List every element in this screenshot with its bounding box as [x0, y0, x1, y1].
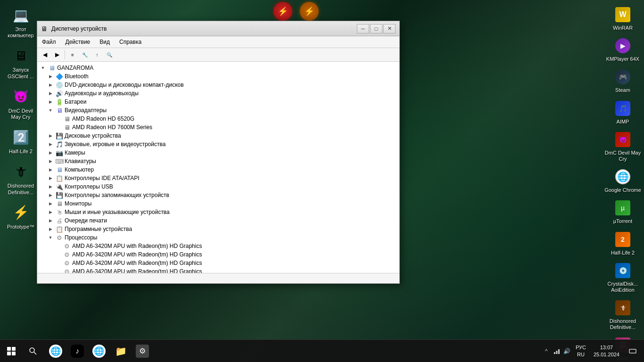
tree-item-print[interactable]: ▶ 🖨 Очереди печати — [37, 216, 399, 225]
tree-item-cpu[interactable]: ▼ ⚙ Процессоры — [37, 233, 399, 242]
tree-toggle-cpu[interactable]: ▼ — [47, 234, 54, 241]
search-button[interactable] — [23, 341, 43, 362]
tree-item-software[interactable]: ▶ 📋 Программные устройства — [37, 225, 399, 233]
tree-toggle-root[interactable]: ▼ — [39, 64, 47, 72]
tree-item-audio[interactable]: ▶ 🔊 Аудиовходы и аудиовыходы — [37, 89, 399, 98]
tree-toggle-battery[interactable]: ▶ — [47, 98, 54, 106]
toolbar-properties[interactable]: 🔧 — [79, 49, 91, 60]
tray-network[interactable] — [552, 346, 561, 356]
tree-item-computer[interactable]: ▶ 🖥 Компьютер — [37, 165, 399, 174]
menu-help[interactable]: Справка — [115, 37, 146, 47]
tree-toggle-ide[interactable]: ▶ — [47, 174, 54, 182]
taskbar-tiktok-icon[interactable]: ♪ — [67, 341, 88, 362]
tree-spacer-amd2 — [54, 123, 62, 131]
tree-item-display[interactable]: ▼ 🖥 Видеоадаптеры — [37, 106, 399, 115]
desktop-icon-dishonored[interactable]: 🗡 Dishonored Definitive... — [4, 160, 38, 197]
tree-toggle-print[interactable]: ▶ — [47, 217, 54, 224]
taskbar-clock[interactable]: 13:07 25.01.2024 — [590, 344, 623, 358]
toolbar-back[interactable]: ◀ — [39, 49, 50, 60]
tree-toggle-audio[interactable]: ▶ — [47, 90, 54, 97]
taskbar-chrome2-icon[interactable]: 🌐 — [89, 341, 109, 362]
amd2-icon: 🖥 — [63, 123, 71, 131]
notification-center-button[interactable] — [625, 340, 640, 362]
tree-item-storage[interactable]: ▶ 💾 Контроллеры запоминающих устройств — [37, 191, 399, 199]
desktop-icon-dmcdevil-r[interactable]: 😈 DmC Devil May Cry — [603, 129, 642, 164]
desktop-icon-winrar[interactable]: W WinRAR — [603, 4, 642, 33]
desktop-icon-dmcdevil[interactable]: 😈 DmC Devil May Cry — [4, 85, 38, 122]
close-button[interactable]: ✕ — [383, 24, 396, 33]
tree-toggle-sound[interactable]: ▶ — [47, 140, 54, 148]
toolbar-forward[interactable]: ▶ — [51, 49, 63, 60]
tree-item-cpu1[interactable]: ⚙ AMD A6-3420M APU with Radeon(tm) HD Gr… — [37, 242, 399, 250]
tree-item-amd2[interactable]: 🖥 AMD Radeon HD 7600M Series — [37, 123, 399, 132]
taskbar: 🌐 ♪ 🌐 📁 ⚙ ^ — [0, 339, 644, 362]
menu-action[interactable]: Действие — [61, 37, 95, 47]
tree-root[interactable]: ▼ 🖥 GANZAROMA — [37, 64, 399, 72]
taskbar-pinned-icons: 🌐 ♪ 🌐 📁 ⚙ — [45, 341, 153, 362]
tree-item-usb[interactable]: ▶ 🔌 Контроллеры USB — [37, 182, 399, 191]
tree-item-monitors[interactable]: ▶ 🖥 Мониторы — [37, 199, 399, 208]
desktop-icon-mypc[interactable]: 💻 Этот компьютер — [4, 4, 38, 41]
tree-toggle-software[interactable]: ▶ — [47, 225, 54, 233]
tree-toggle-camera[interactable]: ▶ — [47, 149, 54, 156]
desktop-icon-dishonored-r[interactable]: 🗡 Dishonored Definitive... — [603, 297, 642, 332]
start-button[interactable] — [0, 340, 23, 362]
tree-toggle-monitors[interactable]: ▶ — [47, 200, 54, 207]
tree-item-cpu3[interactable]: ⚙ AMD A6-3420M APU with Radeon(tm) HD Gr… — [37, 259, 399, 267]
tree-item-camera[interactable]: ▶ 📷 Камеры — [37, 148, 399, 157]
tree-item-cpu2[interactable]: ⚙ AMD A6-3420M APU with Radeon(tm) HD Gr… — [37, 250, 399, 259]
window-titlebar[interactable]: 🖥 Диспетчер устройств ─ □ ✕ — [37, 21, 399, 36]
desktop-icon-utorrent[interactable]: µ µTorrent — [603, 197, 642, 226]
desktop-icon-kmplayer[interactable]: ▶ KMPlayer 64X — [603, 35, 642, 64]
desktop-icon-gsclient[interactable]: 🖥 Запуск GSClient ... — [4, 44, 38, 81]
tree-item-battery[interactable]: ▶ 🔋 Батареи — [37, 98, 399, 106]
taskbar-explorer-icon[interactable]: 📁 — [110, 341, 131, 362]
tray-chevron[interactable]: ^ — [542, 346, 551, 356]
desktop-icon-steam[interactable]: 🎮 Steam — [603, 66, 642, 95]
restore-button[interactable]: □ — [370, 24, 382, 33]
tree-item-amd1[interactable]: 🖥 AMD Radeon HD 6520G — [37, 115, 399, 123]
tree-toggle-disk[interactable]: ▶ — [47, 132, 54, 140]
storage-icon: 💾 — [56, 191, 63, 199]
tree-toggle-storage[interactable]: ▶ — [47, 191, 54, 199]
desktop-icon-halflife-r[interactable]: 2 Half-Life 2 — [603, 229, 642, 258]
tree-toggle-mouse[interactable]: ▶ — [47, 208, 54, 216]
tree-item-mouse[interactable]: ▶ 🖱 Мыши и иные указывающие устройства — [37, 208, 399, 216]
rocketdock-icon-1[interactable]: ⚡ — [273, 2, 292, 21]
tree-item-keyboard[interactable]: ▶ ⌨ Клавиатуры — [37, 157, 399, 165]
tree-toggle-display[interactable]: ▼ — [47, 107, 54, 114]
tree-toggle-computer[interactable]: ▶ — [47, 166, 54, 173]
tree-toggle-bluetooth[interactable]: ▶ — [47, 73, 54, 80]
tree-spacer-amd1 — [54, 115, 62, 123]
tree-item-bluetooth[interactable]: ▶ 🔷 Bluetooth — [37, 72, 399, 81]
toolbar-scan[interactable]: 🔍 — [104, 49, 115, 60]
menu-view[interactable]: Вид — [95, 37, 115, 47]
tree-item-dvd[interactable]: ▶ 💿 DVD-дисководы и дисководы компакт-ди… — [37, 81, 399, 89]
tree-item-ide[interactable]: ▶ 📋 Контроллеры IDE ATA/ATAPI — [37, 174, 399, 182]
computer-icon: 🖥 — [48, 64, 56, 72]
desktop-icon-halflife2[interactable]: 2️⃣ Half-Life 2 — [4, 126, 38, 156]
desktop-icon-crystaldisk[interactable]: 💿 CrystalDisk... AoiEdition — [603, 260, 642, 295]
tree-item-disk[interactable]: ▶ 💾 Дисковые устройства — [37, 132, 399, 140]
device-tree[interactable]: ▼ 🖥 GANZAROMA ▶ 🔷 Bluetooth ▶ 💿 DVD-дис — [37, 62, 399, 273]
tree-toggle-keyboard[interactable]: ▶ — [47, 157, 54, 165]
desktop-icon-chrome[interactable]: 🌐 Google Chrome — [603, 166, 642, 195]
minimize-button[interactable]: ─ — [357, 24, 369, 33]
taskbar-language[interactable]: РУС RU — [574, 344, 588, 358]
tree-toggle-dvd[interactable]: ▶ — [47, 81, 54, 89]
toolbar-update[interactable]: ↑ — [91, 49, 103, 60]
taskbar-chrome-icon[interactable]: 🌐 — [45, 341, 66, 362]
cpu2-label: AMD A6-3420M APU with Radeon(tm) HD Grap… — [72, 251, 206, 258]
toolbar-list-view[interactable]: ≡ — [67, 49, 78, 60]
tree-toggle-usb[interactable]: ▶ — [47, 183, 54, 190]
desktop-icon-prototype[interactable]: ⚡ Prototype™ — [4, 201, 38, 232]
menu-file[interactable]: Файл — [37, 37, 61, 47]
desktop-icon-aimp[interactable]: 🎵 AIMP — [603, 98, 642, 127]
rocketdock-icon-2[interactable]: ⚡ — [300, 2, 319, 21]
disk-label: Дисковые устройства — [65, 132, 125, 139]
tree-item-cpu4[interactable]: ⚙ AMD A6-3420M APU with Radeon(tm) HD Gr… — [37, 267, 399, 273]
taskbar-unknown-icon[interactable]: ⚙ — [132, 341, 153, 362]
tree-item-sound[interactable]: ▶ 🎵 Звуковые, игровые и видеоустройства — [37, 140, 399, 148]
tree-spacer-cpu3 — [54, 259, 62, 267]
tray-volume[interactable]: 🔊 — [562, 346, 572, 356]
